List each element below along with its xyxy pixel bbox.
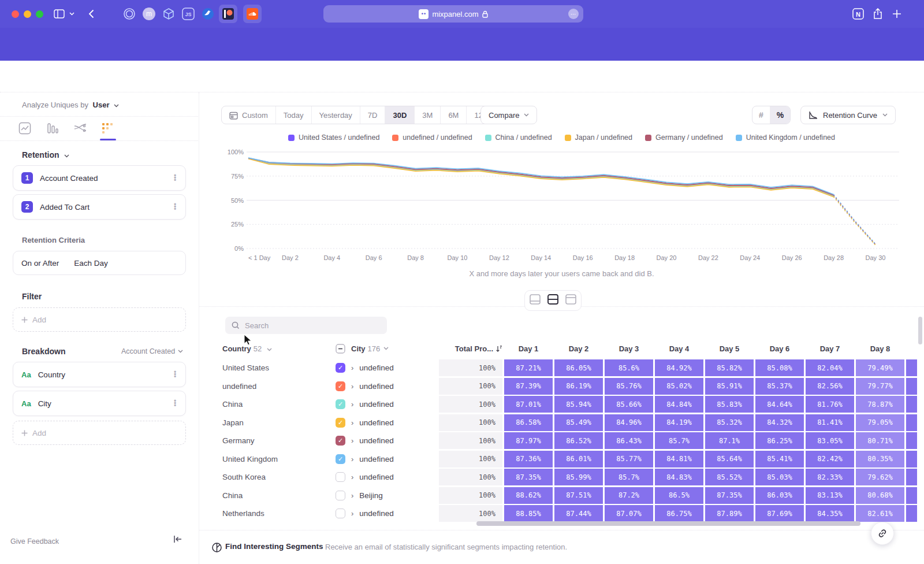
new-tab-icon[interactable] xyxy=(890,7,904,21)
retention-cell[interactable]: 87.2% xyxy=(605,487,653,504)
retention-cell[interactable]: 79.49% xyxy=(856,359,904,376)
day-column-header[interactable]: Day 8 xyxy=(856,344,904,353)
retention-cell[interactable]: 85.52% xyxy=(705,469,754,485)
breakdown-city[interactable]: Aa City ••• xyxy=(13,391,186,416)
series-line[interactable] xyxy=(834,195,875,244)
select-all-checkbox[interactable] xyxy=(336,344,345,354)
retention-cell[interactable]: 85.32% xyxy=(705,414,754,431)
retention-cell[interactable]: 81.76% xyxy=(806,396,854,413)
retention-cell[interactable]: 79.05% xyxy=(856,414,904,431)
row-checkbox[interactable] xyxy=(336,509,345,518)
retention-cell[interactable]: 86.75% xyxy=(655,505,703,522)
retention-cell[interactable]: 88.85% xyxy=(504,505,553,522)
compare-button[interactable]: Compare xyxy=(480,106,537,124)
row-checkbox[interactable]: ✓ xyxy=(336,436,345,446)
retention-step-1[interactable]: 1 Account Created ••• xyxy=(13,165,186,191)
table-search-input[interactable]: Search xyxy=(225,317,387,334)
retention-cell[interactable]: 82.33% xyxy=(806,469,854,485)
day-column-header[interactable]: Day 3 xyxy=(605,344,653,353)
day-column-header[interactable]: Day 7 xyxy=(806,344,854,353)
retention-cell[interactable]: 84.64% xyxy=(755,396,804,413)
retention-cell[interactable]: 87.36% xyxy=(504,451,553,467)
legend-item[interactable]: United States / undefined xyxy=(288,133,379,142)
retention-cell[interactable]: 83.05% xyxy=(806,432,854,449)
add-filter-button[interactable]: Add xyxy=(13,307,186,332)
retention-cell[interactable]: 79.77% xyxy=(856,378,904,395)
expand-row-icon[interactable]: › xyxy=(351,509,353,518)
expand-row-icon[interactable]: › xyxy=(351,400,353,409)
retention-cell[interactable]: 86.03% xyxy=(755,487,804,504)
split-view-button[interactable] xyxy=(547,294,559,307)
series-line[interactable] xyxy=(834,195,875,244)
range-3m[interactable]: 3M xyxy=(415,106,441,124)
retention-criteria-card[interactable]: On or After Each Day xyxy=(13,251,186,275)
target-icon[interactable] xyxy=(122,7,136,21)
legend-item[interactable]: Germany / undefined xyxy=(645,133,723,142)
count-mode-button[interactable]: # xyxy=(752,106,770,124)
retention-cell[interactable]: 80.68% xyxy=(856,487,904,504)
retention-cell[interactable]: 86.05% xyxy=(554,359,603,376)
vertical-scrollbar[interactable] xyxy=(918,317,922,344)
find-segments-title[interactable]: Find Interesting Segments xyxy=(225,542,323,551)
retention-cell[interactable]: 85.94% xyxy=(554,396,603,413)
share-icon[interactable] xyxy=(871,7,885,21)
day-column-header[interactable]: Day 5 xyxy=(705,344,754,353)
give-feedback-link[interactable]: Give Feedback xyxy=(10,537,59,546)
tab-flows[interactable] xyxy=(73,120,88,137)
tab-retention[interactable] xyxy=(100,120,116,137)
retention-cell[interactable]: 85.66% xyxy=(605,396,653,413)
retention-cell[interactable]: 80.71% xyxy=(856,432,904,449)
retention-cell[interactable]: 82.61% xyxy=(856,505,904,522)
breakdown-scope-selector[interactable]: Account Created xyxy=(121,347,183,355)
js-icon[interactable]: JS xyxy=(181,7,195,21)
retention-cell[interactable]: 84.35% xyxy=(806,505,854,522)
maximize-window-button[interactable] xyxy=(36,10,43,18)
expand-row-icon[interactable]: › xyxy=(351,491,353,500)
retention-cell[interactable]: 86.25% xyxy=(755,432,804,449)
retention-cell[interactable]: 85.91% xyxy=(705,378,754,395)
retention-cell[interactable]: 85.77% xyxy=(605,451,653,467)
retention-cell[interactable]: 84.32% xyxy=(755,414,804,431)
retention-cell[interactable]: 82.56% xyxy=(806,378,854,395)
range-7d[interactable]: 7D xyxy=(360,106,386,124)
retention-cell[interactable]: 87.21% xyxy=(504,359,553,376)
tab-insights[interactable] xyxy=(17,120,32,137)
expand-row-icon[interactable]: › xyxy=(351,363,353,372)
kebab-menu-icon[interactable]: ••• xyxy=(172,400,178,407)
retention-cell[interactable]: 84.92% xyxy=(655,359,703,376)
retention-cell[interactable]: 85.82% xyxy=(705,359,754,376)
retention-cell[interactable]: 85.7% xyxy=(655,432,703,449)
retention-cell[interactable]: 82.42% xyxy=(806,451,854,467)
day-column-header[interactable]: Day 2 xyxy=(554,344,603,353)
retention-cell[interactable]: 85.03% xyxy=(755,469,804,485)
retention-cell[interactable]: 85.37% xyxy=(755,378,804,395)
day-column-header[interactable]: Day 6 xyxy=(755,344,804,353)
retention-cell[interactable]: 83.13% xyxy=(806,487,854,504)
chevron-down-icon[interactable] xyxy=(68,7,76,21)
city-column-header[interactable]: City176 xyxy=(308,344,439,354)
soundcloud-icon[interactable] xyxy=(243,5,262,23)
retention-cell[interactable]: 87.39% xyxy=(504,378,553,395)
row-checkbox[interactable]: ✓ xyxy=(336,363,345,373)
retention-cell[interactable]: 84.19% xyxy=(655,414,703,431)
add-breakdown-button[interactable]: Add xyxy=(13,421,186,445)
range-yesterday[interactable]: Yesterday xyxy=(312,106,360,124)
kebab-menu-icon[interactable]: ••• xyxy=(172,203,178,210)
expand-row-icon[interactable]: › xyxy=(351,455,353,463)
retention-cell[interactable]: 85.76% xyxy=(605,378,653,395)
chart-only-view-button[interactable] xyxy=(529,294,541,307)
bird-icon[interactable] xyxy=(201,7,215,21)
retention-cell[interactable]: 85.08% xyxy=(755,359,804,376)
retention-cell[interactable]: 84.83% xyxy=(655,469,703,485)
row-checkbox[interactable]: ✓ xyxy=(336,418,345,428)
retention-cell[interactable]: 87.35% xyxy=(504,469,553,485)
range-30d[interactable]: 30D xyxy=(385,106,415,124)
retention-cell[interactable]: 85.41% xyxy=(755,451,804,467)
back-button[interactable] xyxy=(84,7,98,21)
retention-cell[interactable]: 80.35% xyxy=(856,451,904,467)
table-only-view-button[interactable] xyxy=(565,294,577,307)
country-column-header[interactable]: Country52 xyxy=(222,344,308,353)
retention-cell[interactable]: 85.99% xyxy=(554,469,603,485)
breakdown-country[interactable]: Aa Country ••• xyxy=(13,362,186,387)
horizontal-scrollbar[interactable] xyxy=(476,521,860,526)
